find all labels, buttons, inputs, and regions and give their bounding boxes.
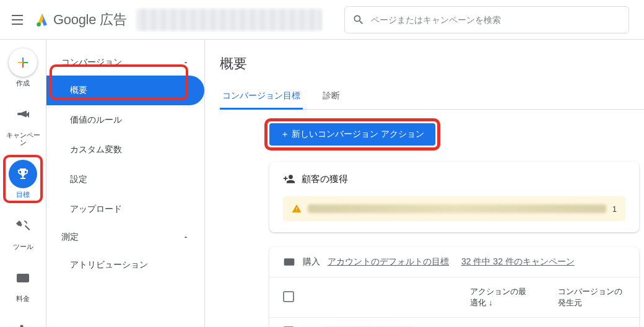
megaphone-icon (15, 107, 30, 122)
side-group-measurement[interactable]: 測定 (46, 224, 204, 250)
rail-billing-label: 料金 (16, 295, 30, 302)
side-group-conversions[interactable]: コンバージョン (46, 50, 204, 76)
search-box[interactable] (344, 6, 629, 33)
annotation-highlight-cta: ＋ 新しいコンバージョン アクション (269, 123, 435, 146)
side-item-settings-label: 設定 (70, 174, 87, 185)
side-item-overview[interactable]: 概要 (46, 76, 204, 105)
search-input[interactable] (371, 15, 621, 25)
side-group-measurement-label: 測定 (61, 232, 79, 243)
warning-count: 1 (612, 204, 617, 214)
side-item-value-rules[interactable]: 価値のルール (46, 105, 204, 135)
cell-source: ウェブサイト (544, 318, 639, 328)
warning-banner: 1 (283, 196, 625, 221)
svg-rect-2 (22, 58, 24, 63)
tab-diagnostics[interactable]: 診断 (320, 84, 342, 110)
new-conversion-action-label: 新しいコンバージョン アクション (292, 129, 424, 140)
side-group-conversions-label: コンバージョン (61, 57, 122, 68)
rail-goals-label: 目標 (16, 191, 30, 198)
side-item-attribution[interactable]: アトリビューション (46, 250, 204, 280)
cell-optimization: メイン (456, 318, 544, 328)
card-purchase: 購入 アカウントのデフォルトの目標 32 件中 32 件のキャンペーン アクショ… (269, 247, 639, 327)
side-item-custom-variables[interactable]: カスタム変数 (46, 135, 204, 165)
google-ads-logo-icon (35, 12, 50, 27)
rail-campaigns[interactable]: キャンペーン (6, 98, 40, 149)
rail-admin[interactable]: 管理者 (6, 314, 40, 327)
select-all-checkbox[interactable] (283, 291, 294, 302)
brand-text: Google 広告 (53, 11, 126, 29)
col-conversion-source[interactable]: コンバージョンの発生元 (544, 277, 639, 318)
sort-desc-icon: ↓ (489, 298, 493, 307)
side-item-overview-label: 概要 (70, 85, 87, 96)
rail-create-label: 作成 (16, 79, 30, 87)
tab-diagnostics-label: 診断 (323, 90, 340, 100)
trophy-icon (15, 167, 30, 181)
person-add-icon (283, 173, 295, 185)
tab-conversion-goals-label: コンバージョン目標 (222, 90, 300, 100)
account-info-redacted (136, 9, 322, 31)
table-row[interactable]: メイン ウェブサイト (269, 318, 639, 328)
warning-icon (292, 204, 302, 214)
plus-icon (15, 55, 30, 70)
gear-icon (15, 323, 30, 327)
left-rail: 作成 キャンペーン 目標 ツール 料金 管理者 (0, 40, 46, 327)
rail-tools[interactable]: ツール (6, 209, 40, 253)
rail-campaigns-label: キャンペーン (6, 131, 40, 146)
card-icon (15, 271, 30, 286)
card-purchase-campaigns-link[interactable]: 32 件中 32 件のキャンペーン (461, 256, 575, 268)
brand-logo[interactable]: Google 広告 (35, 11, 126, 29)
side-item-upload[interactable]: アップロード (46, 194, 204, 224)
plus-icon: ＋ (281, 129, 289, 140)
side-item-custom-variables-label: カスタム変数 (70, 144, 122, 155)
warning-text-redacted (308, 204, 606, 213)
card-icon (283, 256, 295, 268)
rail-create[interactable]: 作成 (6, 46, 40, 89)
conversion-actions-table: アクションの最適化↓ コンバージョンの発生元 メイン ウェブサイト (269, 277, 639, 327)
side-item-value-rules-label: 価値のルール (70, 115, 122, 126)
main-content: 概要 コンバージョン目標 診断 ＋ 新しいコンバージョン アクション 顧客の獲得 (205, 40, 644, 327)
search-icon (352, 14, 365, 26)
menu-icon[interactable] (10, 12, 25, 27)
svg-point-0 (37, 22, 40, 26)
card-purchase-subtitle[interactable]: アカウントのデフォルトの目標 (328, 256, 449, 268)
tab-conversion-goals[interactable]: コンバージョン目標 (220, 84, 303, 110)
side-item-upload-label: アップロード (70, 204, 122, 215)
rail-tools-label: ツール (13, 243, 33, 250)
chevron-up-icon (182, 233, 189, 241)
card-purchase-title: 購入 (303, 256, 320, 268)
card-customer-acquisition-title: 顧客の獲得 (302, 173, 348, 185)
svg-rect-4 (18, 62, 23, 63)
side-item-settings[interactable]: 設定 (46, 165, 204, 194)
rail-billing[interactable]: 料金 (6, 261, 40, 305)
rail-goals[interactable]: 目標 (6, 157, 40, 201)
page-title: 概要 (220, 54, 644, 73)
tabs: コンバージョン目標 診断 (220, 84, 644, 110)
side-item-attribution-label: アトリビューション (70, 259, 148, 271)
tools-icon (15, 219, 30, 233)
card-customer-acquisition: 顧客の獲得 1 (269, 162, 639, 232)
new-conversion-action-button[interactable]: ＋ 新しいコンバージョン アクション (269, 123, 435, 146)
col-action-optimization[interactable]: アクションの最適化↓ (456, 277, 544, 318)
side-nav: コンバージョン 概要 価値のルール カスタム変数 設定 アップロード 測定 アト… (46, 40, 205, 327)
chevron-up-icon (182, 59, 189, 66)
